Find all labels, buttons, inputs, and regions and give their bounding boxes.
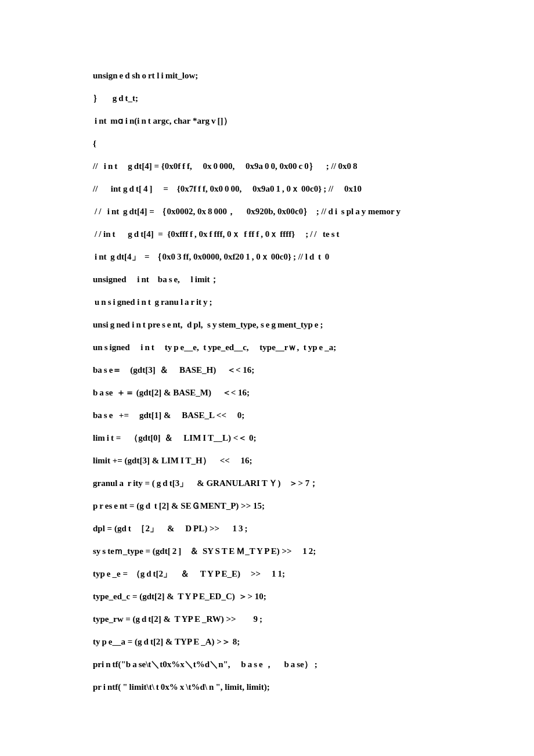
code-line: pr i ntf( " limit\t\ t 0x% x \t%d\ n ", … — [93, 681, 441, 693]
code-line: i nt g dt[4」 = ｛0x0 3 ff, 0x0000, 0xf20 … — [93, 251, 441, 263]
code-line: / / in t g d t[4] = {0xfff f , 0x f fff,… — [93, 228, 441, 240]
code-line: limit += (gdt[3] & LIM I T_H） << 16; — [93, 455, 441, 467]
code-line: i nt mɑ i n(i n t argc, char *arg v []） — [93, 115, 441, 127]
code-line: p r es e nt = (g d t [2] & SEＧMENT_P) >>… — [93, 500, 441, 512]
code-line: ba s e += gdt[1] & BASE_L << 0; — [93, 409, 441, 422]
code-line: b a se ＋＝ (gdt[2] & BASE_M) ＜< 16; — [93, 387, 441, 399]
document-page: unsign e d sh o rt l i mit_low; ｝ g d t_… — [0, 0, 534, 756]
code-line: dpl = (gd t ［2」 & D PL) >> 1 3 ; — [93, 523, 441, 535]
code-line: ba s e＝ (gdt[3] ＆ BASE_H) ＜< 16; — [93, 364, 441, 376]
code-line: // i n t g dt[4] = {0x0f f f, 0x 0 000, … — [93, 160, 441, 172]
code-line: pri n tf("b a se\t＼t0x%x＼t%d＼n", b a s e… — [93, 658, 441, 671]
code-line: ｝ g d t_t; — [93, 92, 441, 105]
code-line: typ e _e = （g d t[2」 ＆ T Y P E_E) >> 1 1… — [93, 568, 441, 580]
code-line: ty p e__a = (g d t[2] & TYP E _A) >＞ 8; — [93, 636, 441, 648]
code-line: type_ed_c = (gdt[2] & T Y P E_ED_C) ＞> 1… — [93, 591, 441, 603]
code-line: type_rw = (g d t[2] & T YP E _RW) >> 9 ; — [93, 613, 441, 625]
code-line: un s igned i n t ty p e__e, t ype_ed__c,… — [93, 341, 441, 354]
code-line: // int g d t[ 4 ] = {0x7f f f, 0x0 0 00,… — [93, 183, 441, 195]
code-line: granul a r ity = ( g d t[3」 & GRANULARI … — [93, 477, 441, 489]
code-line: unsigned i nt ba s e, l imit； — [93, 273, 441, 286]
code-line: sy s teｍ_type = (gdt[ 2 ] ＆ SY S T E Ｍ_T… — [93, 545, 441, 557]
code-line: { — [93, 138, 441, 150]
code-line: u n s i gned i n t g ranu l a r it y ; — [93, 296, 441, 308]
code-line: lim i t = （gdt[0] ＆ LIM I T__L) <＜ 0; — [93, 432, 441, 444]
code-line: unsi g ned i n t pre s e nt, d pl, s y s… — [93, 319, 441, 331]
code-line: / / i nt g dt[4] = ｛0x0002, 0x 8 000， 0x… — [93, 206, 441, 218]
code-line: unsign e d sh o rt l i mit_low; — [93, 70, 441, 82]
